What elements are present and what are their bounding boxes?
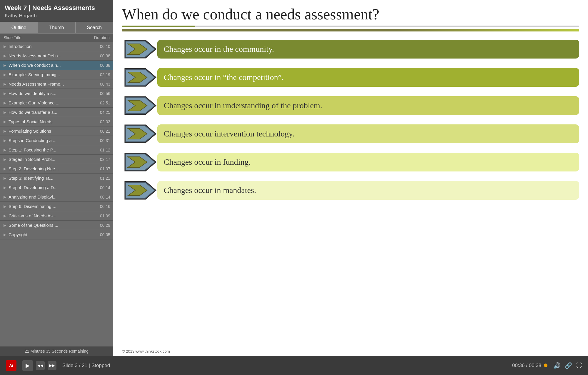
sidebar-item[interactable]: ▶ Types of Social Needs 02:03 bbox=[0, 117, 113, 126]
sidebar-item[interactable]: ▶ Some of the Questions ... 00:29 bbox=[0, 221, 113, 230]
progress-bar-fill bbox=[122, 26, 195, 27]
sidebar-item-arrow: ▶ bbox=[4, 101, 6, 105]
sidebar-item-duration: 00:16 bbox=[96, 204, 110, 209]
forward-button[interactable]: ▶▶ bbox=[48, 361, 56, 370]
sidebar-item-arrow: ▶ bbox=[4, 73, 6, 77]
sidebar-item[interactable]: ▶ Example: Gun Violence ... 02:51 bbox=[0, 98, 113, 108]
play-button[interactable]: ▶ bbox=[22, 360, 33, 371]
sidebar-item-duration: 00:05 bbox=[96, 232, 110, 237]
sidebar-item-duration: 00:14 bbox=[96, 185, 110, 190]
sidebar-item[interactable]: ▶ How do we identify a s... 00:56 bbox=[0, 89, 113, 98]
arrow-icon bbox=[122, 150, 157, 174]
player-slide-info: Slide 3 / 21 | Stopped bbox=[62, 363, 506, 369]
arrow-text-box: Changes occur in “the competition”. bbox=[157, 68, 579, 87]
sidebar-item-arrow: ▶ bbox=[4, 82, 6, 86]
sidebar-item-title: Step 2: Developing Nee... bbox=[9, 166, 96, 171]
arrow-item: Changes occur in the community. bbox=[122, 37, 579, 61]
sidebar-item-duration: 02:17 bbox=[96, 157, 110, 162]
sidebar-item[interactable]: ▶ When do we conduct a n... 00:38 bbox=[0, 61, 113, 70]
content-footer: © 2013 www.thinkstock.com bbox=[113, 347, 588, 356]
sidebar-item-duration: 00:31 bbox=[96, 138, 110, 143]
sidebar-item[interactable]: ▶ Stages in Social Probl... 02:17 bbox=[0, 155, 113, 164]
sidebar-item-arrow: ▶ bbox=[4, 157, 6, 161]
sidebar-item-title: Introduction bbox=[9, 44, 96, 49]
player-controls: ▶ ◀◀ ▶▶ bbox=[22, 360, 56, 371]
arrow-icon bbox=[122, 94, 157, 117]
content-area: When do we conduct a needs assessment? C… bbox=[113, 0, 588, 356]
sidebar-item[interactable]: ▶ Step 1: Focusing the P... 01:12 bbox=[0, 145, 113, 155]
sidebar-item-arrow: ▶ bbox=[4, 233, 6, 237]
sidebar-tabs: Outline Thumb Search bbox=[0, 22, 113, 34]
sidebar-item-duration: 01:21 bbox=[96, 176, 110, 181]
col-slide-title: Slide Title bbox=[4, 35, 21, 40]
arrow-text-box: Changes occur in understanding of the pr… bbox=[157, 96, 579, 115]
player-time-total: 00:38 bbox=[529, 363, 542, 368]
sidebar-item[interactable]: ▶ Analyzing and Displayi... 00:14 bbox=[0, 192, 113, 202]
sidebar-item[interactable]: ▶ Step 2: Developing Nee... 01:07 bbox=[0, 164, 113, 174]
sidebar-item-title: Steps in Conducting a ... bbox=[9, 138, 96, 143]
sidebar-item[interactable]: ▶ Step 4: Developing a D... 00:14 bbox=[0, 183, 113, 192]
sidebar-footer: 22 Minutes 35 Seconds Remaining bbox=[0, 346, 113, 356]
player-time-marker bbox=[544, 364, 547, 367]
sidebar-subtitle: Kathy Hogarth bbox=[5, 13, 108, 19]
player-time-current: 00:36 bbox=[512, 363, 525, 368]
arrow-icon bbox=[122, 122, 157, 146]
sidebar-item-arrow: ▶ bbox=[4, 167, 6, 171]
arrow-item: Changes occur intervention technology. bbox=[122, 122, 579, 146]
sidebar-item[interactable]: ▶ Example: Serving Immig... 02:19 bbox=[0, 70, 113, 79]
volume-icon[interactable]: 🔊 bbox=[553, 362, 561, 369]
col-duration: Duration bbox=[94, 35, 110, 40]
sidebar-item-title: Types of Social Needs bbox=[9, 119, 96, 124]
sidebar-item[interactable]: ▶ Step 6: Disseminating ... 00:16 bbox=[0, 202, 113, 211]
sidebar-item-title: Example: Gun Violence ... bbox=[9, 100, 96, 105]
sidebar-item[interactable]: ▶ Needs Assessment Frame... 00:43 bbox=[0, 79, 113, 89]
sidebar-item[interactable]: ▶ Criticisms of Needs As... 01:09 bbox=[0, 211, 113, 221]
sidebar-item-arrow: ▶ bbox=[4, 204, 6, 209]
progress-bar-container bbox=[122, 26, 579, 27]
sidebar-item[interactable]: ▶ Introduction 00:10 bbox=[0, 42, 113, 51]
sidebar-item-arrow: ▶ bbox=[4, 195, 6, 199]
sidebar-item-title: Copyright bbox=[9, 232, 96, 237]
sidebar-list: ▶ Introduction 00:10 ▶ Needs Assessment … bbox=[0, 42, 113, 346]
player-bar: Ai ▶ ◀◀ ▶▶ Slide 3 / 21 | Stopped 00:36 … bbox=[0, 356, 588, 375]
player-time-separator: / bbox=[526, 363, 529, 368]
content-body: Changes occur in the community. Changes … bbox=[113, 34, 588, 347]
arrow-icon bbox=[122, 37, 157, 61]
sidebar-item-arrow: ▶ bbox=[4, 110, 6, 114]
sidebar-item[interactable]: ▶ Copyright 00:05 bbox=[0, 230, 113, 239]
sidebar-item[interactable]: ▶ How do we transfer a s... 04:25 bbox=[0, 108, 113, 117]
sidebar-item-title: Stages in Social Probl... bbox=[9, 157, 96, 162]
sidebar-item[interactable]: ▶ Formulating Solutions 00:21 bbox=[0, 126, 113, 136]
arrow-text-box: Changes occur in mandates. bbox=[157, 181, 579, 200]
sidebar-item-arrow: ▶ bbox=[4, 139, 6, 143]
sidebar-item-duration: 00:38 bbox=[96, 63, 110, 68]
expand-icon[interactable]: ⛶ bbox=[576, 362, 582, 369]
arrow-text-box: Changes occur in the community. bbox=[157, 40, 579, 59]
sidebar-item-duration: 02:51 bbox=[96, 101, 110, 105]
sidebar-item[interactable]: ▶ Step 3: Identifying Ta... 01:21 bbox=[0, 174, 113, 183]
sidebar-item-duration: 00:14 bbox=[96, 195, 110, 199]
player-time: 00:36 / 00:38 bbox=[512, 363, 547, 369]
tab-thumb[interactable]: Thumb bbox=[38, 22, 75, 34]
tab-search[interactable]: Search bbox=[76, 22, 113, 34]
sidebar-item-title: Needs Assessment Frame... bbox=[9, 81, 96, 86]
sidebar-item-duration: 00:21 bbox=[96, 129, 110, 134]
rewind-button[interactable]: ◀◀ bbox=[36, 361, 45, 370]
sidebar-item-duration: 01:12 bbox=[96, 148, 110, 152]
sidebar-item-title: Needs Assessment Defin... bbox=[9, 53, 96, 58]
sidebar-item-title: Step 4: Developing a D... bbox=[9, 185, 96, 190]
sidebar-item-arrow: ▶ bbox=[4, 148, 6, 152]
link-icon[interactable]: 🔗 bbox=[565, 362, 572, 369]
sidebar-item-title: Step 3: Identifying Ta... bbox=[9, 176, 96, 181]
sidebar-item[interactable]: ▶ Needs Assessment Defin... 00:38 bbox=[0, 51, 113, 61]
sidebar-item[interactable]: ▶ Steps in Conducting a ... 00:31 bbox=[0, 136, 113, 145]
arrow-icon bbox=[122, 66, 157, 89]
arrow-item: Changes occur in mandates. bbox=[122, 179, 579, 202]
tab-outline[interactable]: Outline bbox=[0, 22, 38, 34]
sidebar-item-duration: 02:03 bbox=[96, 119, 110, 124]
sidebar-item-title: How do we transfer a s... bbox=[9, 110, 96, 115]
arrow-icon bbox=[122, 179, 157, 202]
sidebar-item-arrow: ▶ bbox=[4, 91, 6, 96]
sidebar-header: Week 7 | Needs Assessments Kathy Hogarth bbox=[0, 0, 113, 22]
sidebar-item-arrow: ▶ bbox=[4, 129, 6, 133]
